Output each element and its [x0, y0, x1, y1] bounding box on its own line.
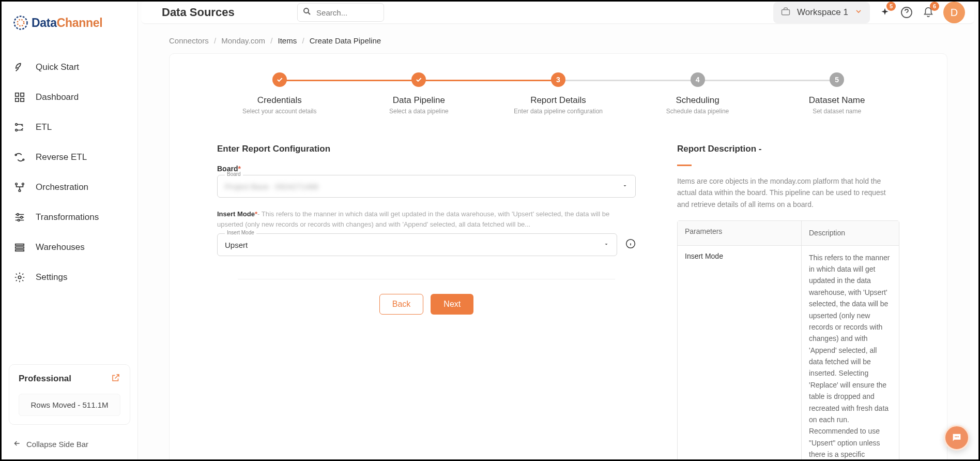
spark-button[interactable]: 5 [878, 6, 892, 19]
board-float-label: Board [225, 171, 243, 177]
svg-point-25 [956, 436, 957, 437]
nav-label: Transformations [36, 212, 99, 222]
param-name: Insert Mode [678, 246, 802, 459]
svg-rect-16 [16, 244, 24, 246]
param-desc: This refers to the manner in which data … [802, 246, 899, 459]
check-icon [272, 72, 287, 87]
nav-label: Settings [36, 272, 67, 282]
step-2[interactable]: Data Pipeline Select a data pipeline [349, 72, 489, 115]
form-actions: Back Next [238, 279, 615, 315]
table-header: Parameters Description [678, 221, 899, 245]
nav-label: Quick Start [36, 62, 79, 72]
orchestration-icon [13, 181, 26, 194]
info-icon[interactable] [625, 239, 636, 251]
transformations-icon [13, 211, 26, 224]
workspace-selector[interactable]: Workspace 1 [773, 2, 870, 23]
step-number: 3 [551, 72, 565, 87]
nav: Quick Start Dashboard ETL Reverse ETL Or… [2, 42, 137, 364]
page-title: Data Sources [162, 6, 235, 19]
nav-dashboard[interactable]: Dashboard [2, 82, 137, 112]
svg-point-10 [16, 183, 18, 185]
svg-rect-2 [16, 93, 19, 96]
workspace-label: Workspace 1 [797, 7, 848, 18]
search-wrap [297, 3, 384, 22]
nav-warehouses[interactable]: Warehouses [2, 232, 137, 262]
chevron-down-icon [854, 7, 863, 18]
stepper: Credentials Select your account details … [194, 72, 922, 115]
brand-text: DataChannel [32, 16, 102, 30]
step-number: 4 [691, 72, 705, 87]
collapse-sidebar[interactable]: Collapse Side Bar [2, 432, 137, 459]
insert-mode-helper: Insert Mode*- This refers to the manner … [217, 209, 636, 229]
nav-etl[interactable]: ETL [2, 112, 137, 142]
crumb-current: Create Data Pipeline [310, 36, 381, 45]
svg-point-6 [16, 124, 18, 126]
nav-transformations[interactable]: Transformations [2, 202, 137, 232]
plan-box: Professional Rows Moved - 511.1M [9, 364, 130, 425]
board-select[interactable]: Board Project Base · 0924271468 [217, 175, 636, 198]
step-4[interactable]: 4 Scheduling Schedule data pipeline [628, 72, 768, 115]
crumb-integration[interactable]: Monday.com [221, 36, 265, 45]
spark-badge: 5 [886, 2, 896, 11]
chat-widget[interactable] [944, 425, 970, 451]
nav-quick-start[interactable]: Quick Start [2, 52, 137, 82]
accent-underline [677, 165, 692, 166]
content-card: Credentials Select your account details … [169, 53, 947, 459]
step-1[interactable]: Credentials Select your account details [210, 72, 349, 115]
collapse-icon [13, 439, 21, 449]
step-3[interactable]: 3 Report Details Enter data pipeline con… [488, 72, 628, 115]
plan-title: Professional [19, 374, 71, 384]
step-number: 5 [830, 72, 844, 87]
svg-point-11 [22, 183, 24, 185]
svg-point-12 [19, 190, 21, 192]
board-label: Board* [217, 165, 636, 173]
report-description-panel: Report Description - Items are core obje… [677, 144, 899, 459]
avatar[interactable]: D [943, 2, 965, 23]
rocket-icon [13, 61, 26, 74]
svg-point-20 [304, 8, 309, 13]
nav-label: Orchestration [36, 182, 88, 192]
svg-point-24 [955, 436, 956, 437]
table-row: Insert Mode This refers to the manner in… [678, 245, 899, 459]
back-button[interactable]: Back [379, 294, 424, 315]
briefcase-icon [780, 6, 791, 19]
notifications-button[interactable]: 6 [922, 6, 935, 19]
check-icon [411, 72, 426, 87]
insert-mode-float-label: Insert Mode [225, 230, 256, 235]
nav-settings[interactable]: Settings [2, 262, 137, 292]
nav-orchestration[interactable]: Orchestration [2, 172, 137, 202]
svg-rect-18 [16, 250, 24, 251]
brand-logo[interactable]: DataChannel [2, 2, 137, 42]
report-desc-text: Items are core objects in the monday.com… [677, 175, 899, 210]
next-button[interactable]: Next [431, 294, 473, 315]
help-button[interactable] [900, 6, 913, 19]
insert-mode-select[interactable]: Insert Mode Upsert [217, 233, 617, 256]
gear-icon [13, 271, 26, 284]
svg-point-15 [18, 219, 20, 221]
collapse-label: Collapse Side Bar [26, 440, 88, 449]
svg-rect-17 [16, 247, 24, 248]
crumb-connectors[interactable]: Connectors [169, 36, 209, 45]
warehouses-icon [13, 241, 26, 254]
insert-mode-value: Upsert [225, 241, 603, 249]
col-parameters: Parameters [678, 221, 802, 245]
svg-point-26 [958, 436, 959, 437]
nav-reverse-etl[interactable]: Reverse ETL [2, 142, 137, 172]
svg-rect-5 [21, 98, 24, 101]
chevron-down-icon [603, 240, 609, 249]
nav-label: Reverse ETL [36, 152, 87, 162]
nav-label: Warehouses [36, 242, 85, 252]
parameters-table: Parameters Description Insert Mode This … [677, 220, 899, 459]
crumb-entity[interactable]: Items [278, 36, 297, 45]
step-5[interactable]: 5 Dataset Name Set dataset name [767, 72, 907, 115]
svg-point-14 [21, 216, 23, 218]
section-title: Enter Report Configuration [217, 144, 636, 154]
external-link-icon[interactable] [111, 373, 120, 384]
svg-rect-4 [16, 98, 19, 101]
svg-rect-3 [21, 93, 24, 96]
sidebar: DataChannel Quick Start Dashboard ETL Re… [2, 2, 138, 459]
svg-point-7 [16, 129, 18, 131]
svg-point-19 [18, 276, 21, 279]
topbar: Data Sources Workspace 1 5 [141, 2, 974, 24]
nav-label: Dashboard [36, 92, 79, 102]
